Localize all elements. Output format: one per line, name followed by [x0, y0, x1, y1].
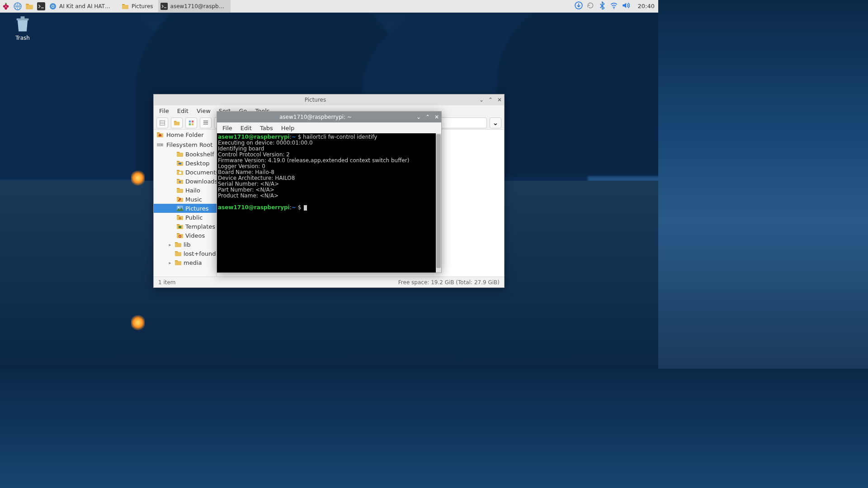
- folder-desktop-icon: [176, 160, 184, 167]
- fm-tree-label: Hailo: [185, 187, 200, 194]
- scrollbar-thumb[interactable]: [436, 134, 441, 268]
- drive-icon: [156, 141, 164, 148]
- fm-tree-label: lib: [184, 241, 190, 248]
- term-maximize-button[interactable]: ⌃: [423, 114, 432, 120]
- fm-minimize-button[interactable]: ⌄: [477, 97, 486, 103]
- fm-tree-label: lost+found: [184, 250, 216, 257]
- desktop-trash[interactable]: Trash: [9, 15, 36, 41]
- terminal-scrollbar[interactable]: [436, 133, 441, 272]
- fm-place-label: Home Folder: [166, 131, 204, 138]
- fm-tree-label: Videos: [185, 232, 205, 239]
- folder-icon: [175, 250, 182, 257]
- wallpaper-mountain: [497, 0, 658, 176]
- trash-icon: [14, 15, 32, 33]
- folder-icon: [175, 241, 182, 248]
- task-label: AI Kit and AI HAT+ so..: [59, 3, 114, 9]
- term-menu-file[interactable]: File: [219, 124, 236, 132]
- fm-place-label: Filesystem Root: [166, 141, 212, 148]
- fm-tree-label: Public: [185, 214, 203, 221]
- fm-list-view-button[interactable]: [200, 117, 212, 128]
- fm-tree-lib[interactable]: ▸lib: [154, 240, 217, 249]
- fm-compact-view-button[interactable]: [156, 117, 168, 128]
- expander-icon[interactable]: ▸: [167, 260, 173, 265]
- fm-tree-pictures[interactable]: Pictures: [154, 204, 217, 213]
- tray-update-icon[interactable]: [586, 1, 594, 11]
- fm-tree-label: Bookshelf: [185, 151, 214, 158]
- system-tray: [570, 0, 634, 12]
- term-command: hailortcli fw-control identify: [303, 134, 377, 140]
- fm-status-items: 1 item: [158, 279, 176, 286]
- fm-tree-documents[interactable]: Documents: [154, 168, 217, 177]
- term-menu-edit[interactable]: Edit: [237, 124, 255, 132]
- task-label: Pictures: [132, 3, 153, 9]
- launcher-terminal-icon[interactable]: [35, 0, 47, 12]
- launcher-files-icon[interactable]: [24, 0, 35, 12]
- terminal-window: asew1710@raspberrypi: ~ ⌄ ⌃ ✕ File Edit …: [217, 111, 442, 273]
- fm-tree-label: Desktop: [185, 160, 210, 167]
- fm-tree-hailo[interactable]: Hailo: [154, 186, 217, 195]
- fm-sidebar: Home Folder Filesystem Root Bookshelf De…: [154, 130, 217, 277]
- term-prompt-path: ~: [292, 134, 296, 140]
- folder-downloads-icon: [176, 178, 184, 185]
- fm-tree-label: Music: [185, 196, 202, 203]
- fm-status-space: Free space: 19.2 GiB (Total: 27.9 GiB): [398, 279, 500, 286]
- expander-icon[interactable]: ▸: [167, 242, 173, 247]
- menu-raspberry-icon[interactable]: [0, 0, 12, 12]
- fm-tree-label: Documents: [185, 169, 217, 176]
- fm-tree-bookshelf[interactable]: Bookshelf: [154, 150, 217, 159]
- fm-icon-view-button[interactable]: [185, 117, 197, 128]
- folder-icon: [176, 187, 184, 194]
- fm-place-fsroot[interactable]: Filesystem Root: [154, 140, 217, 150]
- taskbar-task-files[interactable]: Pictures: [119, 0, 158, 12]
- term-menu-help[interactable]: Help: [278, 124, 298, 132]
- fm-path-dropdown[interactable]: ⌄: [490, 117, 501, 128]
- terminal-cursor: [304, 205, 307, 211]
- fm-statusbar: 1 item Free space: 19.2 GiB (Total: 27.9…: [154, 277, 504, 287]
- fm-tree-desktop[interactable]: Desktop: [154, 159, 217, 168]
- home-icon: [156, 131, 164, 138]
- fm-folder-view-button[interactable]: [171, 117, 183, 128]
- tray-volume-icon[interactable]: [622, 1, 630, 11]
- folder-templates-icon: [176, 223, 184, 230]
- launcher-browser-icon[interactable]: [12, 0, 24, 12]
- fm-menu-file[interactable]: File: [156, 107, 173, 115]
- term-close-button[interactable]: ✕: [432, 114, 441, 120]
- fm-tree-label: media: [184, 259, 202, 266]
- tray-download-icon[interactable]: [575, 1, 583, 11]
- taskbar-task-terminal[interactable]: asew1710@raspberr..: [158, 0, 231, 12]
- tray-wifi-icon[interactable]: [610, 1, 618, 11]
- terminal-output[interactable]: asew1710@raspberrypi:~ $ hailortcli fw-c…: [217, 133, 441, 272]
- taskbar-clock[interactable]: 20:40: [634, 0, 658, 12]
- fm-tree-videos[interactable]: Videos: [154, 231, 217, 240]
- desktop-trash-label: Trash: [9, 35, 36, 41]
- fm-place-home[interactable]: Home Folder: [154, 130, 217, 140]
- fm-maximize-button[interactable]: ⌃: [486, 97, 495, 103]
- task-label: asew1710@raspberr..: [170, 3, 226, 9]
- fm-tree-label: Downloads: [185, 178, 217, 185]
- folder-videos-icon: [176, 232, 184, 239]
- fm-tree-public[interactable]: Public: [154, 213, 217, 222]
- term-minimize-button[interactable]: ⌄: [414, 114, 423, 120]
- fm-tree-templates[interactable]: Templates: [154, 222, 217, 231]
- term-menu-tabs[interactable]: Tabs: [256, 124, 277, 132]
- term-titlebar[interactable]: asew1710@raspberrypi: ~ ⌄ ⌃ ✕: [217, 112, 441, 122]
- fm-tree-downloads[interactable]: Downloads: [154, 177, 217, 186]
- fm-tree: Bookshelf Desktop Documents Downloads Ha…: [154, 150, 217, 267]
- fm-tree-label: Pictures: [185, 205, 208, 212]
- fm-menu-edit[interactable]: Edit: [174, 107, 192, 115]
- term-prompt-user: asew1710@raspberrypi: [218, 204, 290, 211]
- wallpaper-lantern: [131, 169, 145, 187]
- fm-tree-music[interactable]: Music: [154, 195, 217, 204]
- fm-titlebar[interactable]: Pictures ⌄ ⌃ ✕: [154, 94, 504, 105]
- folder-pictures-icon: [176, 205, 184, 212]
- term-out-line: Product Name: <N/A>: [218, 193, 440, 199]
- fm-tree-lostfound[interactable]: lost+found: [154, 249, 217, 258]
- fm-close-button[interactable]: ✕: [495, 97, 504, 103]
- tray-bluetooth-icon[interactable]: [598, 1, 606, 11]
- folder-icon: [175, 259, 182, 266]
- fm-menu-view[interactable]: View: [193, 107, 214, 115]
- folder-documents-icon: [176, 169, 184, 176]
- fm-tree-media[interactable]: ▸media: [154, 258, 217, 267]
- taskbar-task-chromium[interactable]: AI Kit and AI HAT+ so..: [47, 0, 119, 12]
- wallpaper-lantern: [131, 314, 145, 332]
